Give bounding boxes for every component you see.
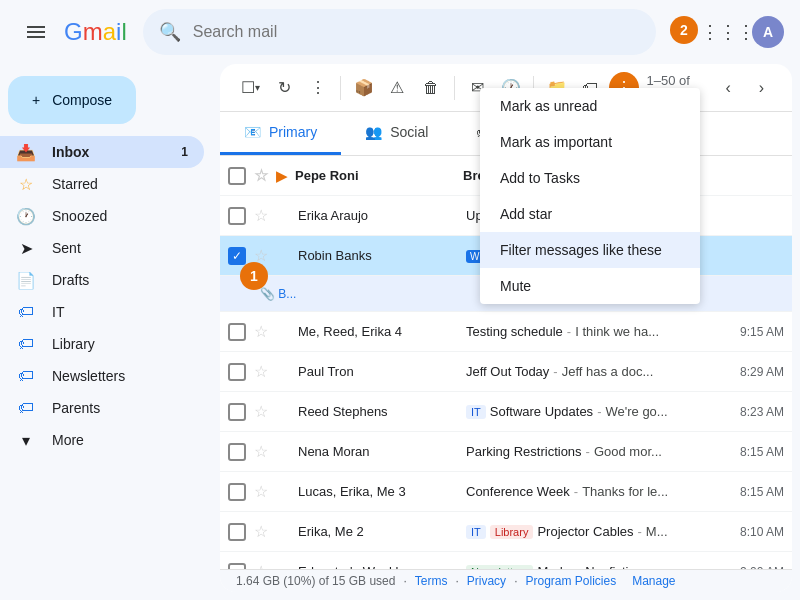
hamburger-button[interactable]	[16, 12, 56, 52]
sidebar-item-starred[interactable]: ☆ Starred	[0, 168, 204, 200]
refresh-button[interactable]: ↻	[269, 72, 298, 104]
primary-tab-label: Primary	[269, 124, 317, 140]
prev-page-button[interactable]: ‹	[713, 72, 742, 104]
select-checkbox[interactable]	[228, 443, 246, 461]
delete-button[interactable]: 🗑	[416, 72, 445, 104]
menu-item-mark-important[interactable]: Mark as important	[480, 124, 700, 160]
sender-name: Me, Reed, Erika 4	[298, 324, 458, 339]
menu-item-add-star[interactable]: Add star	[480, 196, 700, 232]
tab-primary[interactable]: 📧 Primary	[220, 112, 341, 155]
parents-icon: 🏷	[16, 399, 36, 417]
search-input[interactable]	[193, 23, 640, 41]
star-button[interactable]: ☆	[254, 562, 268, 569]
footer-separator-2: ·	[455, 574, 458, 588]
gmail-logo: Gmail	[64, 18, 127, 46]
manage-link[interactable]: Manage	[632, 574, 675, 588]
email-snippet: Conference Week-Thanks for le...	[466, 484, 716, 499]
email-time: 8:15 AM	[724, 485, 784, 499]
select-checkbox[interactable]	[228, 483, 246, 501]
badge-1: 1	[240, 262, 268, 290]
star-button[interactable]: ☆	[254, 482, 268, 501]
report-spam-button[interactable]: ⚠	[383, 72, 412, 104]
report-icon: ⚠	[390, 78, 404, 97]
footer-separator-3: ·	[514, 574, 517, 588]
star-button[interactable]: ☆	[254, 402, 268, 421]
primary-tab-icon: 📧	[244, 124, 261, 140]
email-snippet: Parking Restrictions-Good mor...	[466, 444, 716, 459]
avatar[interactable]: A	[752, 16, 784, 48]
sidebar-item-label-snoozed: Snoozed	[52, 208, 188, 224]
star-button[interactable]: ☆	[254, 442, 268, 461]
tab-social[interactable]: 👥 Social	[341, 112, 452, 155]
select-all-button[interactable]: ☐ ▾	[236, 72, 265, 104]
privacy-link[interactable]: Privacy	[467, 574, 506, 588]
newsletters-icon: 🏷	[16, 367, 36, 385]
sidebar-item-inbox[interactable]: 📥 Inbox 1	[0, 136, 204, 168]
sender-name: Reed Stephens	[298, 404, 458, 419]
sidebar-item-library[interactable]: 🏷 Library	[0, 328, 204, 360]
sidebar-item-label-more: More	[52, 432, 188, 448]
footer-separator: ·	[403, 574, 406, 588]
sidebar-item-snoozed[interactable]: 🕐 Snoozed	[0, 200, 204, 232]
more-options-button[interactable]: ⋮	[303, 72, 332, 104]
sidebar-item-label-library: Library	[52, 336, 188, 352]
search-icon: 🔍	[159, 21, 181, 43]
more-horiz-icon: ⋮	[310, 78, 326, 97]
apps-button[interactable]: ⋮⋮⋮	[708, 12, 748, 52]
select-checkbox[interactable]	[228, 523, 246, 541]
sidebar-item-parents[interactable]: 🏷 Parents	[0, 392, 204, 424]
star-button[interactable]: ☆	[254, 166, 268, 185]
context-menu: Mark as unread Mark as important Add to …	[480, 88, 700, 304]
select-checkbox[interactable]: ✓	[228, 247, 246, 265]
compose-button[interactable]: + Compose	[8, 76, 136, 124]
select-checkbox[interactable]	[228, 323, 246, 341]
menu-item-mute[interactable]: Mute	[480, 268, 700, 304]
search-bar: 🔍	[143, 9, 656, 55]
compose-label: Compose	[52, 92, 112, 108]
select-checkbox[interactable]	[228, 363, 246, 381]
chevron-right-icon: ›	[759, 79, 764, 97]
email-snippet: Jeff Out Today-Jeff has a doc...	[466, 364, 716, 379]
menu-item-mark-unread[interactable]: Mark as unread	[480, 88, 700, 124]
compose-plus-icon: +	[32, 92, 40, 108]
inbox-icon: 📥	[16, 143, 36, 162]
inbox-count: 1	[181, 145, 188, 159]
more-icon: ▾	[16, 431, 36, 450]
star-button[interactable]: ☆	[254, 362, 268, 381]
hamburger-icon	[27, 23, 45, 41]
select-checkbox[interactable]	[228, 207, 246, 225]
terms-link[interactable]: Terms	[415, 574, 448, 588]
star-button[interactable]: ☆	[254, 522, 268, 541]
drafts-icon: 📄	[16, 271, 36, 290]
email-row[interactable]: ☆ Nena Moran Parking Restrictions-Good m…	[220, 432, 792, 472]
sidebar-item-label-it: IT	[52, 304, 188, 320]
email-row[interactable]: ☆ Paul Tron Jeff Out Today-Jeff has a do…	[220, 352, 792, 392]
select-checkbox[interactable]	[228, 403, 246, 421]
next-page-button[interactable]: ›	[747, 72, 776, 104]
menu-item-add-tasks[interactable]: Add to Tasks	[480, 160, 700, 196]
star-button[interactable]: ☆	[254, 322, 268, 341]
sidebar-item-sent[interactable]: ➤ Sent	[0, 232, 204, 264]
program-policies-link[interactable]: Program Policies	[525, 574, 616, 588]
sidebar-item-drafts[interactable]: 📄 Drafts	[0, 264, 204, 296]
archive-button[interactable]: 📦	[349, 72, 378, 104]
apps-icon: ⋮⋮⋮	[701, 21, 755, 43]
sender-name: Paul Tron	[298, 364, 458, 379]
email-row[interactable]: ☆ Erika, Me 2 ITLibraryProjector Cables-…	[220, 512, 792, 552]
sidebar-item-it[interactable]: 🏷 IT	[0, 296, 204, 328]
select-checkbox[interactable]	[228, 167, 246, 185]
toolbar-separator-2	[454, 76, 455, 100]
sender-name: Erika Araujo	[298, 208, 458, 223]
email-row[interactable]: ☆ Educator's Weekly NewslettersModern No…	[220, 552, 792, 569]
menu-item-filter-messages[interactable]: Filter messages like these	[480, 232, 700, 268]
email-row[interactable]: ☆ Me, Reed, Erika 4 Testing schedule-I t…	[220, 312, 792, 352]
email-row[interactable]: ☆ Lucas, Erika, Me 3 Conference Week-Tha…	[220, 472, 792, 512]
refresh-icon: ↻	[278, 78, 291, 97]
sidebar-item-newsletters[interactable]: 🏷 Newsletters	[0, 360, 204, 392]
social-tab-icon: 👥	[365, 124, 382, 140]
dropdown-arrow-icon: ▾	[255, 82, 260, 93]
sidebar-item-more[interactable]: ▾ More	[0, 424, 204, 456]
star-button[interactable]: ☆	[254, 206, 268, 225]
email-row[interactable]: ☆ Reed Stephens ITSoftware Updates-We're…	[220, 392, 792, 432]
storage-footer: 1.64 GB (10%) of 15 GB used · Terms · Pr…	[220, 569, 792, 592]
